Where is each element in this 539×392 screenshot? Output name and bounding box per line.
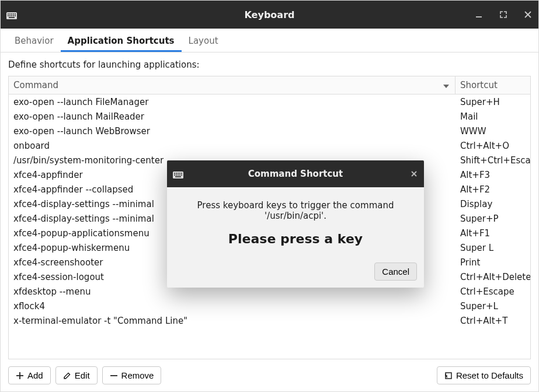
cell-shortcut: Display [455, 197, 530, 211]
cell-command: xflock4 [9, 299, 455, 313]
table-header: Command Shortcut [9, 76, 530, 94]
close-button[interactable] [522, 9, 534, 20]
sort-descending-icon [443, 80, 449, 90]
minus-icon [110, 372, 118, 380]
reset-icon [444, 372, 453, 380]
tab-layout[interactable]: Layout [182, 30, 225, 52]
column-header-shortcut[interactable]: Shortcut [455, 76, 530, 94]
dialog-close-button[interactable] [411, 169, 417, 178]
section-description: Define shortcuts for launching applicati… [1, 52, 538, 76]
window-title: Keyboard [1, 9, 538, 20]
cancel-button-label: Cancel [382, 267, 409, 276]
tab-application-shortcuts[interactable]: Application Shortcuts [61, 30, 182, 52]
edit-button-label: Edit [75, 370, 90, 380]
footer-toolbar: Add Edit Remove Reset to Defaults [1, 359, 538, 391]
cell-shortcut: Shift+Ctrl+Escape [455, 153, 530, 167]
cell-shortcut: Alt+F1 [455, 226, 530, 240]
table-row[interactable]: onboardCtrl+Alt+O [9, 138, 530, 153]
cell-shortcut: Alt+F3 [455, 167, 530, 182]
table-row[interactable]: exo-open --launch FileManagerSuper+H [9, 94, 530, 109]
cell-shortcut: Super+H [455, 94, 530, 109]
tab-bar: Behavior Application Shortcuts Layout [1, 29, 538, 52]
add-button[interactable]: Add [8, 366, 51, 384]
dialog-footer: Cancel [167, 257, 424, 288]
dialog-body: Press keyboard keys to trigger the comma… [167, 187, 424, 246]
maximize-button[interactable] [498, 9, 509, 20]
pencil-icon [63, 372, 71, 380]
cell-shortcut: Super+P [455, 211, 530, 226]
reset-defaults-button[interactable]: Reset to Defaults [437, 366, 531, 384]
plus-icon [16, 372, 24, 380]
column-header-command-label: Command [13, 80, 58, 90]
dialog-prompt: Please press a key [175, 232, 416, 246]
cell-command: exo-open --launch MailReader [9, 109, 455, 124]
tab-behavior[interactable]: Behavior [8, 30, 61, 52]
table-row[interactable]: x-terminal-emulator -t "Command Line"Ctr… [9, 313, 530, 328]
cell-shortcut: Alt+F2 [455, 182, 530, 197]
cell-shortcut: WWW [455, 124, 530, 138]
titlebar: Keyboard [1, 1, 538, 29]
add-button-label: Add [27, 370, 43, 380]
cell-shortcut: Mail [455, 109, 530, 124]
edit-button[interactable]: Edit [55, 366, 98, 384]
table-row[interactable]: exo-open --launch MailReaderMail [9, 109, 530, 124]
cell-shortcut: Ctrl+Alt+O [455, 138, 530, 153]
command-shortcut-dialog: Command Shortcut Press keyboard keys to … [167, 160, 424, 288]
table-row[interactable]: exo-open --launch WebBrowserWWW [9, 124, 530, 138]
minimize-button[interactable] [473, 9, 485, 20]
cell-shortcut: Super+L [455, 299, 530, 313]
cell-command: onboard [9, 138, 455, 153]
remove-button[interactable]: Remove [102, 366, 162, 384]
cell-shortcut: Ctrl+Alt+Delete [455, 270, 530, 284]
dialog-titlebar: Command Shortcut [167, 160, 424, 187]
column-header-command[interactable]: Command [9, 76, 455, 94]
remove-button-label: Remove [121, 370, 154, 380]
cancel-button[interactable]: Cancel [374, 262, 417, 281]
dialog-message: Press keyboard keys to trigger the comma… [175, 200, 416, 221]
reset-defaults-button-label: Reset to Defaults [456, 370, 523, 380]
table-row[interactable]: xflock4Super+L [9, 299, 530, 313]
cell-shortcut: Ctrl+Escape [455, 284, 530, 299]
cell-shortcut: Print [455, 255, 530, 270]
cell-shortcut: Ctrl+Alt+T [455, 313, 530, 328]
dialog-title: Command Shortcut [167, 169, 424, 179]
cell-command: exo-open --launch WebBrowser [9, 124, 455, 138]
cell-command: exo-open --launch FileManager [9, 94, 455, 109]
cell-command: x-terminal-emulator -t "Command Line" [9, 313, 455, 328]
column-header-shortcut-label: Shortcut [460, 80, 498, 90]
cell-shortcut: Super L [455, 240, 530, 255]
